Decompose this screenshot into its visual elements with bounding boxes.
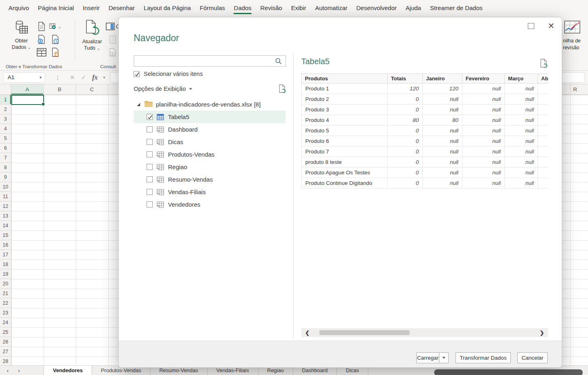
column-header-a[interactable]: A [11, 84, 44, 94]
row-header-27[interactable]: 27 [0, 347, 11, 356]
tree-item-produtos-vendas[interactable]: Produtos-Vendas [134, 148, 286, 161]
search-icon[interactable] [275, 58, 282, 65]
select-multiple-row[interactable]: Selecionar vários itens [134, 71, 203, 77]
tree-item-dashboard[interactable]: Dashboard [134, 123, 286, 136]
ribbon-tab-ajuda[interactable]: Ajuda [401, 0, 425, 16]
row-header-26[interactable]: 26 [0, 337, 11, 347]
item-checkbox[interactable] [147, 176, 153, 182]
ribbon-tab-inserir[interactable]: Inserir [78, 0, 104, 16]
ribbon-tab-exibir[interactable]: Exibir [287, 0, 311, 16]
sheet-nav-right-icon[interactable]: › [11, 366, 27, 375]
item-checkbox[interactable] [147, 139, 153, 145]
row-header-4[interactable]: 4 [0, 124, 11, 134]
item-checkbox[interactable] [147, 201, 153, 207]
row-header-9[interactable]: 9 [0, 172, 11, 182]
tree-item-vendedores[interactable]: Vendedores [134, 198, 286, 211]
load-dropdown-button[interactable] [439, 352, 449, 363]
select-multiple-checkbox[interactable] [134, 71, 140, 77]
ribbon-tab-página-inicial[interactable]: Página Inicial [34, 0, 78, 16]
item-checkbox[interactable] [147, 126, 153, 132]
item-checkbox[interactable] [147, 114, 153, 120]
load-button[interactable]: Carregar [416, 352, 439, 363]
row-header-15[interactable]: 15 [0, 230, 11, 240]
row-header-25[interactable]: 25 [0, 327, 11, 337]
name-box[interactable]: A1 ▾ [3, 72, 45, 83]
row-header-17[interactable]: 17 [0, 250, 11, 260]
insert-function-icon[interactable]: fx [89, 74, 101, 81]
row-header-21[interactable]: 21 [0, 289, 11, 298]
worksheet-grid-right-sliver[interactable]: R [562, 84, 588, 366]
horizontal-scrollbar[interactable] [434, 369, 583, 375]
row-header-7[interactable]: 7 [0, 153, 11, 163]
row-header-6[interactable]: 6 [0, 143, 11, 153]
get-data-button[interactable]: Obter Dados ⌄ [7, 19, 36, 51]
row-header-5[interactable]: 5 [0, 134, 11, 143]
ribbon-tab-revisão[interactable]: Revisão [256, 0, 286, 16]
row-headers[interactable]: 1234567891011121314151617181920212223242… [0, 95, 11, 366]
refresh-all-button[interactable]: Atualizar Tudo ⌄ [78, 19, 106, 52]
refresh-preview-icon[interactable] [278, 84, 286, 93]
row-header-16[interactable]: 16 [0, 240, 11, 250]
row-header-1[interactable]: 1 [0, 95, 11, 105]
existing-connections-button[interactable] [49, 46, 61, 59]
from-web-button[interactable] [36, 33, 48, 46]
column-headers[interactable]: ABC [0, 84, 137, 95]
refresh-preview-icon[interactable] [540, 59, 548, 68]
scroll-left-icon[interactable]: ❮ [301, 330, 313, 336]
from-text-csv-button[interactable] [36, 20, 48, 33]
row-header-19[interactable]: 19 [0, 269, 11, 279]
ribbon-tab-desenvolvedor[interactable]: Desenvolvedor [352, 0, 401, 16]
row-header-14[interactable]: 14 [0, 221, 11, 230]
column-header-r[interactable]: R [562, 84, 588, 95]
selected-cell-a1[interactable] [11, 95, 44, 105]
preview-table-container[interactable]: ProdutosTotaisJaneiroFevereiroMarçoAbr P… [301, 73, 548, 191]
scroll-right-icon[interactable]: ❯ [536, 330, 548, 336]
row-header-12[interactable]: 12 [0, 201, 11, 211]
tree-item-resumo-vendas[interactable]: Resumo-Vendas [134, 173, 286, 186]
ribbon-tab-dados[interactable]: Dados [229, 0, 256, 16]
row-header-28[interactable]: 28 [0, 356, 11, 366]
from-table-range-button[interactable] [36, 46, 48, 59]
ribbon-tab-automatizar[interactable]: Automatizar [311, 0, 352, 16]
tree-item-vendas-filiais[interactable]: Vendas-Filiais [134, 186, 286, 198]
drag-handle-icon[interactable]: ⋮ [55, 74, 61, 81]
ribbon-tab-desenhar[interactable]: Desenhar [104, 0, 139, 16]
ribbon-tab-arquivo[interactable]: Arquivo [4, 0, 34, 16]
queries-connections-button[interactable]: C [106, 20, 120, 33]
item-checkbox[interactable] [147, 164, 153, 170]
row-header-8[interactable]: 8 [0, 163, 11, 172]
worksheet-grid[interactable]: ABC 123456789101112131415161718192021222… [0, 84, 137, 366]
ribbon-tab-layout-da-página[interactable]: Layout da Página [139, 0, 195, 16]
row-header-13[interactable]: 13 [0, 211, 11, 221]
scrollbar-thumb[interactable] [319, 330, 410, 335]
sheet-tab-vendedores[interactable]: Vendedores [44, 366, 92, 375]
select-all-corner[interactable] [0, 84, 11, 94]
row-header-20[interactable]: 20 [0, 279, 11, 289]
recent-sources-button[interactable] [49, 33, 61, 46]
item-checkbox[interactable] [147, 151, 153, 157]
cancel-button[interactable]: Cancelar [517, 352, 548, 363]
ribbon-tab-streamer-de-dados[interactable]: Streamer de Dados [426, 0, 487, 16]
tree-item-dicas[interactable]: Dicas [134, 136, 286, 148]
close-icon[interactable]: ✕ [548, 21, 554, 31]
cells-area-sliver[interactable] [562, 95, 588, 366]
column-header-b[interactable]: B [44, 84, 76, 94]
item-checkbox[interactable] [147, 189, 153, 195]
cancel-entry-icon[interactable]: ✕ [67, 74, 78, 81]
row-header-23[interactable]: 23 [0, 308, 11, 318]
row-header-22[interactable]: 22 [0, 298, 11, 308]
ribbon-tab-fórmulas[interactable]: Fórmulas [195, 0, 230, 16]
maximize-icon[interactable] [528, 23, 534, 29]
tree-root-workbook[interactable]: planilha-indicadores-de-vendas.xlsx [8] [134, 98, 286, 111]
search-input[interactable] [134, 56, 275, 66]
transform-data-button[interactable]: Transformar Dados [456, 352, 511, 363]
tree-item-tabela5[interactable]: Tabela5 [134, 111, 286, 123]
from-picture-button[interactable]: ⌄ [49, 20, 61, 33]
row-header-2[interactable]: 2 [0, 105, 11, 114]
expand-collapse-icon[interactable] [137, 103, 140, 106]
column-header-c[interactable]: C [76, 84, 108, 94]
row-header-11[interactable]: 11 [0, 192, 11, 201]
row-header-24[interactable]: 24 [0, 318, 11, 327]
row-header-10[interactable]: 10 [0, 182, 11, 192]
row-header-3[interactable]: 3 [0, 114, 11, 124]
